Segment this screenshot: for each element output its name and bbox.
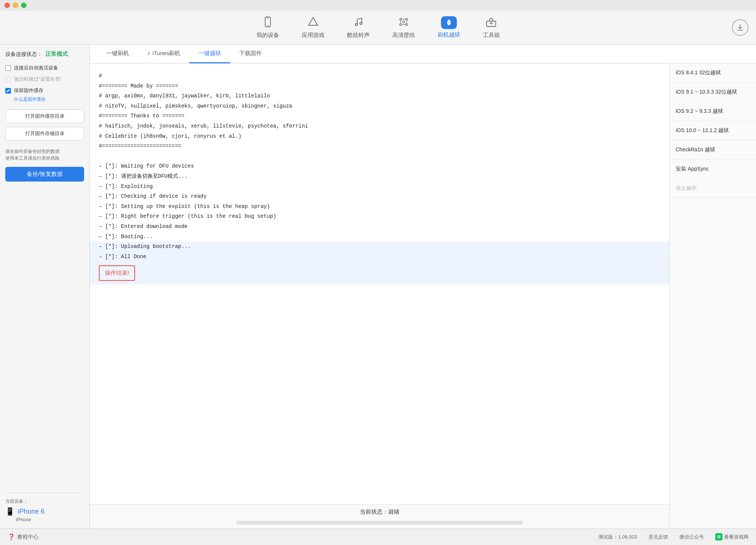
device-name-row: 📱 iPhone 6	[5, 507, 84, 516]
logo-badge: 微 番番游戏网	[715, 533, 748, 540]
log-line: #======== Made by =======	[99, 81, 660, 91]
open-firmware-dir-button[interactable]: 打开固件缓存目录	[5, 109, 84, 123]
nav-item-toolbox[interactable]: 工具箱	[483, 16, 500, 39]
nav-item-my-device[interactable]: 我的设备	[257, 16, 279, 39]
device-label: 当前设备：	[5, 498, 84, 505]
tab-one-click-flash[interactable]: 一键刷机	[97, 45, 138, 63]
wechat-icon: 微	[715, 533, 722, 540]
connection-status: 设备连接状态： 正常模式	[5, 51, 84, 58]
status-value: 就绪	[388, 508, 400, 515]
close-button[interactable]	[5, 3, 10, 8]
auto-activate-checkbox[interactable]	[5, 65, 11, 71]
svg-marker-3	[309, 17, 318, 25]
sidebar: 设备连接状态： 正常模式 连接后自动激活设备 激活时跳过"设置向导" 保留固件缓…	[0, 45, 90, 528]
content-body: # #======== Made by ======= # argp, axi0…	[90, 63, 756, 528]
nav-label-apps-games: 应用游戏	[302, 32, 324, 39]
wechat-link[interactable]: 微信公众号	[679, 534, 704, 540]
nav-items: 我的设备 应用游戏 酷炫铃声	[257, 16, 500, 39]
log-line: # argp, axi0mx, danyl931, jaywalker, kir…	[99, 91, 660, 101]
sidebar-buttons: 打开固件缓存目录 打开固件存储目录	[5, 109, 84, 140]
option-auto-activate[interactable]: 连接后自动激活设备	[5, 65, 84, 71]
device-section: 当前设备： 📱 iPhone 6 iPhone	[5, 493, 84, 522]
content-area: 一键刷机 ♪ iTunes刷机 一键越狱 下载固件 # #======== Ma…	[90, 45, 756, 528]
tab-itunes-flash[interactable]: ♪ iTunes刷机	[138, 45, 189, 63]
question-icon: ❓	[8, 533, 15, 540]
tab-download-firmware-label: 下载固件	[239, 50, 262, 57]
right-panel-ios841[interactable]: iOS 8.4.1 32位越狱	[670, 63, 756, 83]
top-nav: 我的设备 应用游戏 酷炫铃声	[0, 11, 756, 45]
status-value: 正常模式	[45, 51, 68, 58]
log-line: – [*]: Setting up the exploit (this is t…	[99, 202, 660, 212]
logo-text: 番番游戏网	[724, 534, 748, 540]
progress-bar-wrap	[236, 521, 523, 525]
log-content: # #======== Made by ======= # argp, axi0…	[90, 63, 669, 504]
maximize-button[interactable]	[21, 3, 26, 8]
bottom-bar: ❓ 教程中心 测试版：1.06.003 意见反馈 微信公众号 微 番番游戏网	[0, 528, 756, 545]
sidebar-warning: 请在操作前备份好您的数据 使用本工具请自行承担风险	[5, 148, 84, 162]
bottom-right-items: 测试版：1.06.003 意见反馈 微信公众号 微 番番游戏网	[598, 533, 748, 540]
right-panel-checkrain[interactable]: CheckRa1n 越狱	[670, 140, 756, 160]
apps-icon	[307, 16, 319, 29]
device-type-text: iPhone	[16, 517, 84, 522]
nav-item-jailbreak[interactable]: 刷机越狱	[438, 16, 460, 38]
log-line: – [*]: Right before trigger (this is the…	[99, 211, 660, 222]
svg-point-9	[406, 23, 407, 25]
skip-setup-label: 激活时跳过"设置向导"	[14, 76, 61, 83]
device-name-text: iPhone 6	[18, 508, 45, 516]
log-line: – [*]: Entered download mode	[99, 222, 660, 232]
log-line-empty	[99, 151, 660, 162]
tab-one-click-jailbreak-label: 一键越狱	[198, 50, 221, 57]
log-line: # Cellebrite (ih8sn0w, cjori, ronyrus et…	[99, 131, 660, 142]
status-label: 设备连接状态：	[5, 51, 42, 58]
log-line-uploading: – [*]: Uploading bootstrap...	[90, 242, 669, 252]
warning-line2: 使用本工具请自行承担风险	[5, 155, 84, 162]
nav-item-wallpapers[interactable]: 高清壁纸	[392, 16, 415, 39]
option-skip-setup[interactable]: 激活时跳过"设置向导"	[5, 76, 84, 83]
svg-point-8	[400, 23, 401, 25]
option-keep-firmware[interactable]: 保留固件缓存	[5, 87, 84, 94]
right-panel-stop: 停止操作	[670, 179, 756, 198]
nav-item-ringtones[interactable]: 酷炫铃声	[347, 16, 370, 39]
toolbox-icon	[486, 16, 497, 29]
log-line: – [*]: Booting...	[99, 232, 660, 242]
log-line: – [*]: Exploiting	[99, 182, 660, 192]
download-button[interactable]	[732, 19, 748, 36]
right-panel-appsync[interactable]: 安装 AppSync	[670, 160, 756, 179]
tab-one-click-jailbreak[interactable]: 一键越狱	[189, 45, 230, 63]
svg-rect-18	[490, 23, 492, 24]
log-footer: 当前状态：就绪	[90, 504, 669, 528]
log-line: #=========================	[99, 141, 660, 151]
jailbreak-icon	[441, 16, 457, 29]
right-panel-ios100[interactable]: iOS 10.0 ~ 12.1.2 越狱	[670, 121, 756, 140]
auto-activate-label: 连接后自动激活设备	[14, 65, 58, 71]
tab-one-click-flash-label: 一键刷机	[106, 50, 129, 57]
log-line: – [*]: 请把设备切换至DFU模式...	[99, 171, 660, 182]
sidebar-options: 连接后自动激活设备 激活时跳过"设置向导" 保留固件缓存 什么是固件缓存	[5, 65, 84, 103]
minimize-button[interactable]	[13, 3, 18, 8]
log-line-all-done: – [*]: All Done	[90, 252, 669, 262]
log-line: # haifisch, jndok, jonseals, xerub, lils…	[99, 121, 660, 131]
feedback-link[interactable]: 意见反馈	[648, 534, 668, 540]
svg-point-6	[400, 18, 401, 20]
phone-icon	[262, 16, 274, 29]
svg-point-2	[267, 25, 268, 25]
tab-download-firmware[interactable]: 下载固件	[230, 45, 271, 63]
status-prefix: 当前状态：	[360, 508, 388, 515]
version-text: 测试版：1.06.003	[598, 534, 637, 540]
status-text: 当前状态：就绪	[360, 508, 400, 516]
right-panel-ios92[interactable]: iOS 9.2 ~ 9.3.3 越狱	[670, 102, 756, 121]
sidebar-spacer	[5, 185, 84, 493]
log-line: – [*]: Checking if device is ready	[99, 191, 660, 202]
main-layout: 设备连接状态： 正常模式 连接后自动激活设备 激活时跳过"设置向导" 保留固件缓…	[0, 45, 756, 528]
keep-firmware-checkbox[interactable]	[5, 88, 11, 94]
backup-restore-button[interactable]: 备份/恢复数据	[5, 167, 84, 182]
keep-firmware-label: 保留固件缓存	[14, 87, 43, 94]
help-center-link[interactable]: ❓ 教程中心	[8, 533, 38, 540]
firmware-link[interactable]: 什么是固件缓存	[14, 96, 84, 103]
nav-item-apps-games[interactable]: 应用游戏	[302, 16, 324, 39]
nav-label-jailbreak: 刷机越狱	[438, 31, 460, 38]
open-firmware-store-button[interactable]: 打开固件存储目录	[5, 127, 84, 140]
right-panel-ios91[interactable]: iOS 9.1 ~ 10.3.3 32位越狱	[670, 83, 756, 102]
log-line: #	[99, 71, 660, 81]
help-center-label: 教程中心	[17, 534, 38, 540]
